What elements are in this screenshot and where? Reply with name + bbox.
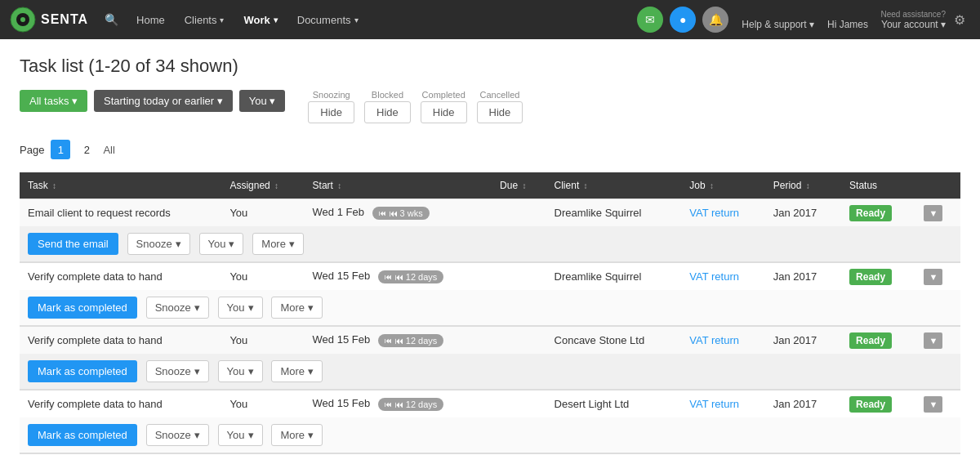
nav-home[interactable]: Home	[128, 9, 173, 31]
your-account-link[interactable]: Your account ▾	[881, 19, 946, 30]
task-start-cell: Wed 1 Feb ⏮ 3 wks	[305, 199, 492, 227]
col-job[interactable]: Job ↕	[681, 172, 764, 199]
task-job-cell: VAT return	[681, 199, 764, 227]
email-icon-btn[interactable]: ✉	[637, 7, 663, 33]
starting-today-button[interactable]: Starting today or earlier ▾	[94, 90, 233, 112]
more-button[interactable]: More ▾	[271, 297, 323, 319]
primary-action-button[interactable]: Mark as completed	[28, 424, 137, 446]
task-assigned-cell: You	[221, 390, 304, 417]
more-button[interactable]: More ▾	[271, 360, 323, 382]
more-button[interactable]: More ▾	[252, 233, 304, 255]
start-sort-icon: ↕	[337, 181, 341, 190]
page-1[interactable]: 1	[51, 140, 70, 159]
task-tbody: Email client to request records You Wed …	[20, 199, 960, 454]
work-caret: ▾	[274, 16, 278, 25]
col-start[interactable]: Start ↕	[305, 172, 492, 199]
snoozing-hide-button[interactable]: Hide	[308, 101, 354, 123]
task-job-link[interactable]: VAT return	[689, 270, 739, 283]
snooze-caret-icon: ▾	[194, 365, 200, 377]
snooze-button[interactable]: Snooze ▾	[146, 297, 209, 319]
cancelled-label: Cancelled	[479, 90, 519, 100]
blocked-hide-button[interactable]: Hide	[364, 101, 411, 123]
you-filter-button[interactable]: You ▾	[239, 90, 286, 112]
task-action-row: Send the email Snooze ▾ You ▾ More ▾	[20, 226, 960, 262]
page-all[interactable]: All	[103, 144, 114, 156]
task-client-cell: Desert Light Ltd	[546, 390, 682, 417]
task-job-cell: VAT return	[681, 390, 764, 417]
you-button[interactable]: You ▾	[218, 297, 263, 319]
settings-icon[interactable]: ⚙	[949, 7, 970, 33]
row-dropdown-icon[interactable]: ▼	[924, 205, 942, 221]
all-tasks-button[interactable]: All tasks ▾	[20, 90, 87, 112]
nav-icons: ✉ ● 🔔	[637, 7, 728, 33]
row-dropdown-icon[interactable]: ▼	[924, 396, 942, 413]
action-row-td: Mark as completed Snooze ▾ You ▾ More ▾	[20, 290, 960, 326]
snooze-button[interactable]: Snooze ▾	[127, 233, 190, 255]
status-badge: Ready	[849, 269, 892, 285]
col-period[interactable]: Period ↕	[765, 172, 841, 199]
filter-row: All tasks ▾ Starting today or earlier ▾ …	[20, 90, 960, 123]
nav-right: Need assistance? Help & support ▾ Hi Jam…	[742, 10, 946, 30]
task-job-link[interactable]: VAT return	[689, 398, 739, 410]
search-icon[interactable]: 🔍	[98, 8, 125, 31]
task-status-cell: Ready	[841, 326, 915, 354]
more-caret-icon: ▾	[308, 301, 314, 314]
task-assigned-cell: You	[221, 199, 304, 227]
task-start-cell: Wed 15 Feb ⏮ 12 days	[305, 326, 492, 354]
documents-caret: ▾	[354, 16, 359, 25]
task-job-link[interactable]: VAT return	[689, 207, 739, 219]
task-dropdown-cell: ▼	[915, 326, 960, 354]
task-start-cell: Wed 15 Feb ⏮ 12 days	[305, 390, 492, 417]
task-dropdown-cell: ▼	[915, 199, 960, 227]
col-task[interactable]: Task ↕	[20, 172, 221, 199]
primary-action-button[interactable]: Mark as completed	[28, 360, 137, 382]
snoozing-label: Snoozing	[313, 90, 350, 100]
task-period-cell: Jan 2017	[765, 262, 841, 290]
col-actions	[915, 172, 960, 199]
task-dropdown-cell: ▼	[915, 262, 960, 290]
you-caret-icon: ▾	[248, 301, 254, 314]
page-2[interactable]: 2	[77, 140, 96, 159]
task-job-cell: VAT return	[681, 326, 764, 354]
nav-documents[interactable]: Documents ▾	[289, 9, 367, 31]
more-button[interactable]: More ▾	[271, 424, 323, 446]
task-client-cell: Dreamlike Squirrel	[546, 262, 682, 290]
snooze-caret-icon: ▾	[194, 429, 200, 441]
completed-hide-button[interactable]: Hide	[421, 101, 467, 123]
page-title: Task list (1-20 of 34 shown)	[20, 56, 960, 77]
task-dropdown-cell: ▼	[915, 390, 960, 417]
cancelled-hide-button[interactable]: Hide	[477, 101, 523, 123]
help-support-link[interactable]: Help & support ▾	[742, 19, 814, 30]
task-name-cell: Verify complete data to hand	[20, 390, 221, 417]
row-dropdown-icon[interactable]: ▼	[924, 269, 942, 285]
you-caret-icon: ▾	[248, 429, 254, 441]
task-name-cell: Verify complete data to hand	[20, 326, 221, 354]
col-assigned[interactable]: Assigned ↕	[221, 172, 304, 199]
nav-work[interactable]: Work ▾	[235, 9, 285, 31]
col-client[interactable]: Client ↕	[546, 172, 682, 199]
you-button[interactable]: You ▾	[218, 424, 263, 446]
task-action-row: Mark as completed Snooze ▾ You ▾ More ▾	[20, 354, 960, 390]
snooze-button[interactable]: Snooze ▾	[146, 360, 209, 382]
client-sort-icon: ↕	[584, 181, 588, 190]
primary-action-button[interactable]: Mark as completed	[28, 297, 137, 319]
nav-clients[interactable]: Clients ▾	[176, 9, 233, 31]
task-job-link[interactable]: VAT return	[689, 334, 739, 346]
bell-icon-btn[interactable]: 🔔	[702, 7, 728, 33]
primary-action-button[interactable]: Send the email	[28, 233, 118, 255]
action-row-td: Mark as completed Snooze ▾ You ▾ More ▾	[20, 417, 960, 453]
more-caret-icon: ▾	[308, 365, 314, 377]
col-due[interactable]: Due ↕	[492, 172, 546, 199]
row-dropdown-icon[interactable]: ▼	[924, 332, 942, 349]
table-row: Verify complete data to hand You Wed 15 …	[20, 262, 960, 290]
you-caret-icon: ▾	[248, 365, 254, 377]
snooze-button[interactable]: Snooze ▾	[146, 424, 209, 446]
task-due-cell	[492, 199, 546, 227]
globe-icon-btn[interactable]: ●	[670, 7, 696, 33]
nav-links: Help & support ▾ Hi James Your account ▾	[742, 19, 946, 30]
task-client-cell: Dreamlike Squirrel	[546, 199, 682, 227]
task-table: Task ↕ Assigned ↕ Start ↕ Due ↕ Client ↕…	[20, 172, 960, 454]
you-button[interactable]: You ▾	[199, 233, 244, 255]
you-button[interactable]: You ▾	[218, 360, 263, 382]
logo[interactable]: SENTA	[10, 7, 88, 33]
